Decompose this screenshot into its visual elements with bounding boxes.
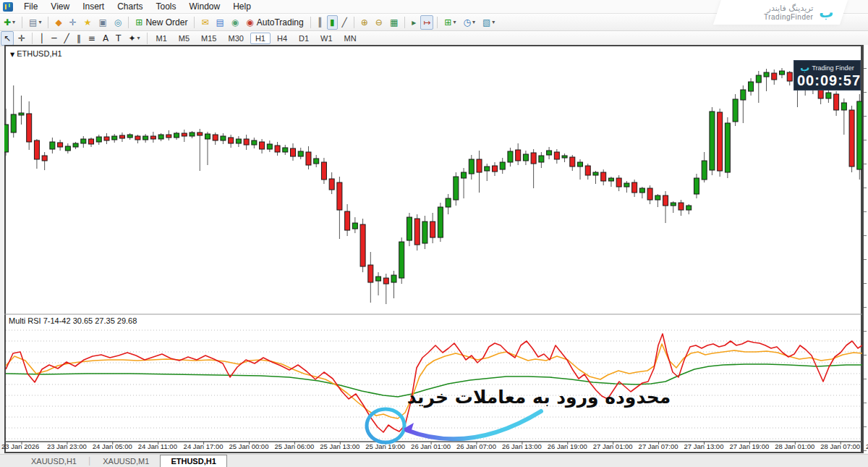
crosshair-tool[interactable]: ✛	[15, 31, 28, 46]
templates-button[interactable]: ▧▾	[480, 15, 498, 30]
fibonacci-icon: ≡	[88, 32, 95, 45]
time-axis-label: 23 Jan 2026	[1, 442, 39, 450]
time-axis-label: 25 Jan 06:00	[274, 442, 314, 450]
auto-scroll-button[interactable]: ▸	[409, 15, 419, 30]
menu-view[interactable]: View	[44, 0, 76, 13]
arrows-icon: ✦	[128, 32, 135, 45]
terminal-icon: ▣	[99, 16, 107, 29]
text-icon: A	[103, 32, 109, 45]
autotrading-button[interactable]: ◉AutoTrading	[243, 15, 306, 30]
tile-windows-button[interactable]: ▦	[387, 15, 401, 30]
menu-tools[interactable]: Tools	[150, 0, 183, 13]
candlestick-chart-icon: ▮	[330, 16, 335, 29]
metaeditor-button[interactable]: ▤	[213, 15, 226, 30]
tradingfinder-watermark: تریدینگ فایندر TradingFinder ب	[713, 0, 848, 25]
menu-help[interactable]: Help	[226, 0, 258, 13]
timeframe-mn-button[interactable]: MN	[339, 33, 362, 44]
line-studies-toolbar: ↖✛│─╱∥≡AT✦▾M1M5M15M30H1H4D1W1MN	[0, 31, 868, 46]
time-axis-label: 25 Jan 19:00	[365, 442, 405, 450]
time-axis-label: 27 Jan 01:00	[593, 442, 633, 450]
cursor-tool[interactable]: ↖	[1, 31, 14, 46]
timeframe-m1-button[interactable]: M1	[151, 33, 172, 44]
timeframe-m15-button[interactable]: M15	[196, 33, 221, 44]
data-window-button[interactable]: ✛	[67, 15, 80, 30]
menu-insert[interactable]: Insert	[76, 0, 111, 13]
trendline-tool[interactable]: ╱	[61, 31, 72, 46]
metatrader-logo-icon	[3, 2, 13, 12]
arrows-tool[interactable]: ✦▾	[125, 31, 142, 46]
toolbar-separator	[48, 17, 48, 28]
time-axis-label: 27 Jan 19:00	[729, 442, 769, 450]
vertical-line-tool[interactable]: │	[36, 31, 47, 46]
indicators-button[interactable]: ⊞▾	[441, 15, 459, 30]
timeframe-d1-button[interactable]: D1	[294, 33, 314, 44]
time-axis-label: 26 Jan 01:00	[411, 442, 451, 450]
periods-button[interactable]: ◷▾	[460, 15, 478, 30]
profiles-button[interactable]: ▤▾	[26, 15, 44, 30]
line-chart-button[interactable]: ╱	[339, 15, 350, 30]
toolbar-separator	[32, 33, 33, 44]
candlestick-chart-button[interactable]: ▮	[327, 15, 338, 30]
text-label-tool[interactable]: T	[113, 31, 124, 46]
zoom-in-icon: ⊕	[361, 16, 368, 29]
autotrading-button-label: AutoTrading	[257, 16, 304, 29]
dropdown-caret-icon: ▾	[137, 32, 140, 45]
new-chart-button[interactable]: ✚▾	[1, 15, 18, 30]
equidistant-channel-tool[interactable]: ∥	[74, 31, 84, 46]
tradingfinder-logo-icon: ب	[800, 62, 809, 73]
toolbar-separator	[437, 17, 438, 28]
navigator-button[interactable]: ★	[81, 15, 95, 30]
text-tool[interactable]: A	[100, 31, 111, 46]
time-axis-label: 23 Jan 23:00	[47, 442, 87, 450]
toolbar-separator	[128, 17, 129, 28]
chart-tab-ethusd-h1[interactable]: ETHUSD,H1	[160, 455, 226, 467]
toolbar-separator	[404, 17, 405, 28]
time-axis-label: 25 Jan 00:00	[229, 442, 269, 450]
auto-scroll-icon: ▸	[412, 16, 416, 29]
chart-tab-bar: XAUUSD,H1│XAUUSD,M1ETHUSD,H1	[0, 454, 868, 467]
new-order-button[interactable]: ⊞New Order	[132, 15, 190, 30]
menu-file[interactable]: File	[17, 0, 44, 13]
dropdown-caret-icon: ▾	[38, 16, 41, 29]
envelope-icon-button[interactable]: ✉	[198, 15, 211, 30]
timeframe-m30-button[interactable]: M30	[224, 33, 249, 44]
chart-symbol-label[interactable]: ▼ETHUSD,H1	[10, 49, 62, 58]
timeframe-w1-button[interactable]: W1	[315, 33, 338, 44]
line-chart-icon: ╱	[342, 16, 347, 29]
chart-shift-button[interactable]: ↦	[420, 15, 433, 30]
strategy-tester-button[interactable]: ◎	[111, 15, 124, 30]
time-axis-label: 24 Jan 05:00	[93, 442, 132, 450]
navigator-icon: ★	[84, 16, 92, 29]
zoom-out-button[interactable]: ⊖	[373, 15, 386, 30]
candle-countdown-timer: 00:09:57	[797, 73, 857, 88]
buy-entry-annotation-text: محدوده ورود به معاملات خرید	[405, 387, 673, 408]
chart-tab-xauusd-h1[interactable]: XAUUSD,H1	[20, 455, 88, 467]
metaeditor-icon: ▤	[216, 16, 224, 29]
time-axis: 23 Jan 202623 Jan 23:0024 Jan 05:0024 Ja…	[4, 442, 862, 453]
menu-window[interactable]: Window	[183, 0, 227, 13]
periods-icon: ◷	[463, 16, 470, 29]
time-axis-label: 27 Jan 07:00	[639, 442, 678, 450]
market-watch-button[interactable]: ◆	[52, 15, 64, 30]
tradingfinder-logo-icon: ب	[819, 5, 833, 20]
fibonacci-tool[interactable]: ≡	[85, 31, 98, 46]
data-window-icon: ✛	[69, 16, 77, 29]
new-order-button-label: New Order	[145, 16, 187, 29]
watermark-english-text: TradingFinder	[764, 13, 813, 21]
horizontal-line-tool[interactable]: ─	[48, 31, 59, 46]
dropdown-caret-icon: ▾	[472, 16, 475, 29]
bar-chart-button[interactable]: ║	[315, 15, 326, 30]
time-axis-label: 24 Jan 11:00	[138, 442, 177, 450]
timeframe-m5-button[interactable]: M5	[174, 33, 195, 44]
zoom-in-button[interactable]: ⊕	[358, 15, 371, 30]
terminal-button[interactable]: ▣	[96, 15, 110, 30]
community-button[interactable]: ◉	[229, 15, 242, 30]
time-axis-label: 28 Jan 07:00	[820, 442, 860, 450]
menu-charts[interactable]: Charts	[111, 0, 149, 13]
new-order-icon: ⊞	[135, 16, 142, 29]
watermark-farsi-text: تریدینگ فایندر	[764, 4, 813, 13]
timeframe-h4-button[interactable]: H4	[272, 33, 292, 44]
chart-tab-xauusd-m1[interactable]: XAUUSD,M1	[92, 455, 160, 467]
timeframe-h1-button[interactable]: H1	[250, 33, 271, 44]
time-axis-label: 25 Jan 13:00	[320, 442, 359, 450]
